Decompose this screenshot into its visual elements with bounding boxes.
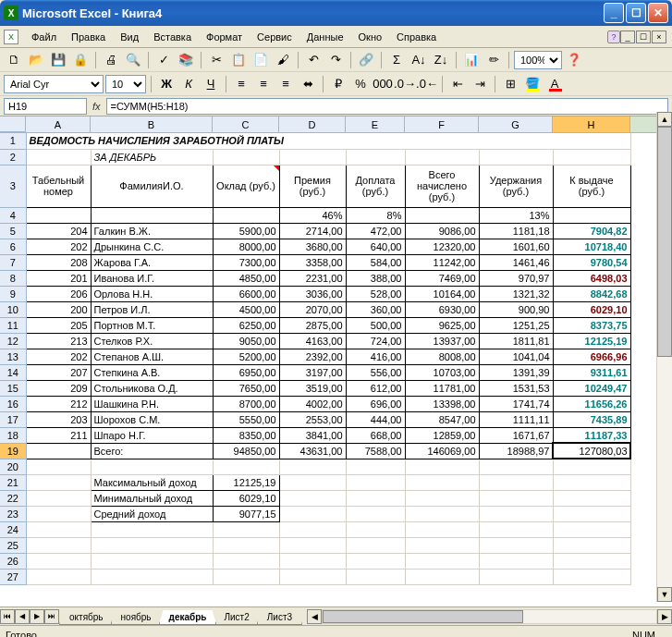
cell[interactable]: Галкин В.Ж. — [91, 223, 213, 239]
new-icon[interactable]: 🗋 — [4, 50, 24, 70]
cell[interactable]: 500,00 — [346, 317, 405, 333]
cell[interactable]: 6029,10 — [553, 301, 630, 317]
cell[interactable]: 1601,60 — [479, 239, 553, 254]
row-header[interactable]: 26 — [0, 553, 26, 569]
currency-icon[interactable]: ₽ — [328, 74, 348, 94]
row-header[interactable]: 6 — [0, 239, 26, 254]
cell[interactable]: Иванова И.Г. — [91, 270, 213, 286]
col-h[interactable]: H — [553, 116, 630, 132]
cell[interactable] — [405, 537, 479, 553]
row-header[interactable]: 7 — [0, 254, 26, 270]
cell[interactable]: 206 — [26, 286, 91, 301]
cell[interactable] — [346, 490, 405, 506]
cell[interactable]: 208 — [26, 254, 91, 270]
cell[interactable]: Степанов А.Ш. — [91, 349, 213, 364]
cell[interactable] — [479, 537, 553, 553]
cell[interactable]: 6250,00 — [213, 317, 279, 333]
cell[interactable]: 12859,00 — [405, 427, 479, 443]
cell[interactable]: 7650,00 — [213, 380, 279, 396]
cell[interactable] — [553, 553, 630, 569]
cell[interactable]: 9780,54 — [553, 254, 630, 270]
cell[interactable]: 696,00 — [346, 396, 405, 411]
cell[interactable]: 11656,26 — [553, 396, 630, 411]
font-size-combo[interactable]: 10 — [105, 75, 146, 93]
cell[interactable]: Всего: — [91, 443, 213, 459]
cell[interactable]: 3519,00 — [279, 380, 346, 396]
cell[interactable]: 1251,25 — [479, 317, 553, 333]
cell[interactable]: 6950,00 — [213, 364, 279, 380]
permission-icon[interactable]: 🔒 — [70, 50, 91, 70]
cell[interactable]: Минимальный доход — [91, 490, 213, 506]
cell[interactable]: 12125,19 — [553, 333, 630, 349]
cell[interactable]: 528,00 — [346, 286, 405, 301]
cell[interactable] — [91, 207, 213, 223]
cell[interactable] — [213, 149, 279, 165]
close-button[interactable]: ✕ — [648, 3, 668, 23]
tab-prev-icon[interactable]: ◀ — [15, 609, 30, 624]
vscroll-thumb[interactable] — [657, 127, 672, 357]
cell[interactable]: ФамилияИ.О. — [91, 165, 213, 207]
cell[interactable]: 205 — [26, 317, 91, 333]
cell[interactable] — [553, 490, 630, 506]
paste-icon[interactable]: 📄 — [250, 50, 271, 70]
cell[interactable] — [479, 149, 553, 165]
cell[interactable] — [553, 207, 630, 223]
doc-close-button[interactable]: × — [652, 31, 666, 43]
cell[interactable]: 6029,10 — [213, 490, 279, 506]
cell[interactable]: 6600,00 — [213, 286, 279, 301]
cell[interactable] — [405, 490, 479, 506]
chart-icon[interactable]: 📊 — [461, 50, 482, 70]
cell[interactable]: 7469,00 — [405, 270, 479, 286]
cell[interactable]: Жарова Г.А. — [91, 254, 213, 270]
row-header[interactable]: 14 — [0, 364, 26, 380]
cell[interactable] — [91, 569, 213, 584]
cell[interactable]: Стольникова О.Д. — [91, 380, 213, 396]
menu-edit[interactable]: Правка — [64, 29, 113, 45]
cell[interactable]: 10703,00 — [405, 364, 479, 380]
row-header[interactable]: 1 — [0, 133, 26, 149]
align-right-icon[interactable]: ≡ — [275, 74, 296, 94]
cell[interactable] — [26, 474, 91, 490]
increase-indent-icon[interactable]: ⇥ — [470, 74, 490, 94]
cell[interactable]: 8700,00 — [213, 396, 279, 411]
cell[interactable]: 202 — [26, 239, 91, 254]
col-b[interactable]: B — [91, 116, 213, 132]
cell[interactable]: 4163,00 — [279, 333, 346, 349]
cell[interactable]: 2231,00 — [279, 270, 346, 286]
save-icon[interactable]: 💾 — [48, 50, 68, 70]
research-icon[interactable]: 📚 — [176, 50, 196, 70]
spellcheck-icon[interactable]: ✓ — [153, 50, 174, 70]
row-header[interactable]: 24 — [0, 521, 26, 537]
menu-file[interactable]: Файл — [24, 29, 64, 45]
cell[interactable]: 10718,40 — [553, 239, 630, 254]
cell[interactable] — [279, 490, 346, 506]
format-painter-icon[interactable]: 🖌 — [273, 50, 293, 70]
cell[interactable] — [213, 553, 279, 569]
cell[interactable] — [279, 506, 346, 521]
cell[interactable]: 8373,75 — [553, 317, 630, 333]
formula-input[interactable]: =СУММ(H5:H18) — [106, 98, 668, 115]
cell[interactable]: 13% — [479, 207, 553, 223]
autosum-icon[interactable]: Σ — [386, 50, 407, 70]
row-header[interactable]: 27 — [0, 569, 26, 584]
cell[interactable]: 3358,00 — [279, 254, 346, 270]
cell[interactable]: 970,97 — [479, 270, 553, 286]
cell[interactable]: 2070,00 — [279, 301, 346, 317]
cell[interactable]: 3197,00 — [279, 364, 346, 380]
cell[interactable]: 724,00 — [346, 333, 405, 349]
cell[interactable]: 900,90 — [479, 301, 553, 317]
cell[interactable]: К выдаче (руб.) — [553, 165, 630, 207]
scroll-left-icon[interactable]: ◀ — [307, 609, 322, 624]
cell[interactable] — [279, 569, 346, 584]
cell[interactable] — [213, 569, 279, 584]
decrease-indent-icon[interactable]: ⇤ — [447, 74, 468, 94]
vscroll-track[interactable] — [657, 127, 672, 587]
cell[interactable] — [405, 459, 479, 474]
cell[interactable] — [26, 569, 91, 584]
cell[interactable] — [346, 521, 405, 537]
sheet-tab[interactable]: октябрь — [59, 610, 114, 625]
cell[interactable]: Дрынкина С.С. — [91, 239, 213, 254]
hscroll-thumb[interactable] — [323, 610, 523, 623]
cell[interactable]: 556,00 — [346, 364, 405, 380]
cell[interactable]: 18988,97 — [479, 443, 553, 459]
